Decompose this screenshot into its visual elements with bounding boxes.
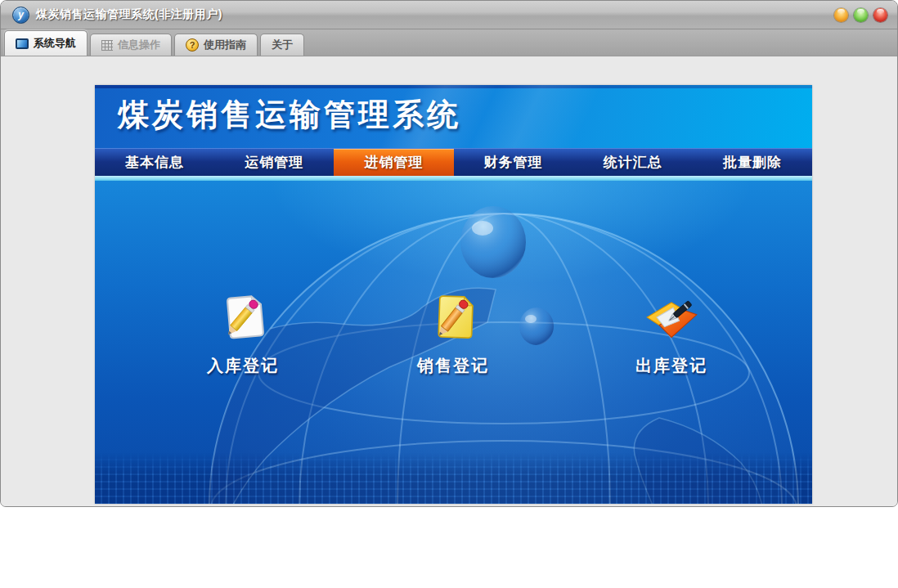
tab-label: 关于 [272, 38, 293, 52]
shortcut-outbound-registration[interactable]: 出库登记 [610, 290, 733, 377]
shortcut-inbound-registration[interactable]: 入库登记 [182, 290, 304, 377]
banner-title: 煤炭销售运输管理系统 [95, 85, 812, 132]
window-controls [834, 8, 887, 22]
globe-area: 入库登记 [95, 181, 812, 504]
screen: y 煤炭销售运输管理系统(非注册用户) 系统导航 信息操作 ? 使用指南 [0, 0, 898, 588]
tab-bar: 系统导航 信息操作 ? 使用指南 关于 [1, 29, 897, 56]
tab-user-guide[interactable]: ? 使用指南 [174, 34, 258, 56]
nav-item-statistics-summary[interactable]: 统计汇总 [573, 149, 693, 176]
nav-item-finance-mgmt[interactable]: 财务管理 [454, 149, 573, 176]
tab-about[interactable]: 关于 [260, 34, 304, 56]
grid-icon [101, 40, 113, 51]
title-bar: y 煤炭销售运输管理系统(非注册用户) [1, 1, 897, 29]
nav-item-purchase-sales-mgmt[interactable]: 进销管理 [334, 149, 453, 176]
main-panel: 煤炭销售运输管理系统 基本信息 运销管理 进销管理 财务管理 统计汇总 批量删除 [95, 85, 812, 504]
tab-label: 系统导航 [34, 36, 76, 51]
shortcut-label: 出库登记 [635, 355, 707, 377]
nav-item-batch-delete[interactable]: 批量删除 [693, 149, 812, 176]
white-note-pencil-icon [215, 290, 271, 345]
shortcut-sales-registration[interactable]: 销售登记 [392, 290, 514, 377]
orange-folder-pen-icon [644, 290, 699, 345]
tab-label: 使用指南 [204, 38, 246, 52]
help-coin-icon: ? [186, 38, 199, 52]
tab-information-operations[interactable]: 信息操作 [90, 34, 172, 56]
tab-label: 信息操作 [118, 38, 160, 52]
shortcut-label: 销售登记 [417, 355, 489, 377]
window-title: 煤炭销售运输管理系统(非注册用户) [36, 7, 222, 22]
desktop-background [0, 507, 898, 588]
maximize-button[interactable] [854, 8, 868, 22]
close-button[interactable] [873, 8, 887, 22]
tab-system-navigation[interactable]: 系统导航 [4, 30, 88, 56]
yellow-note-pencil-icon [425, 290, 481, 345]
checker-texture [95, 453, 812, 504]
app-logo-icon: y [12, 7, 29, 24]
minimize-button[interactable] [834, 8, 848, 22]
shortcut-label: 入库登记 [207, 355, 279, 377]
content-area: 煤炭销售运输管理系统 基本信息 运销管理 进销管理 财务管理 统计汇总 批量删除 [1, 56, 897, 507]
monitor-icon [16, 38, 29, 49]
banner: 煤炭销售运输管理系统 [95, 85, 812, 148]
app-window: y 煤炭销售运输管理系统(非注册用户) 系统导航 信息操作 ? 使用指南 [0, 0, 898, 507]
nav-item-basic-info[interactable]: 基本信息 [95, 149, 214, 176]
module-nav-bar: 基本信息 运销管理 进销管理 财务管理 统计汇总 批量删除 [95, 148, 812, 176]
nav-item-transport-sales-mgmt[interactable]: 运销管理 [214, 149, 334, 176]
